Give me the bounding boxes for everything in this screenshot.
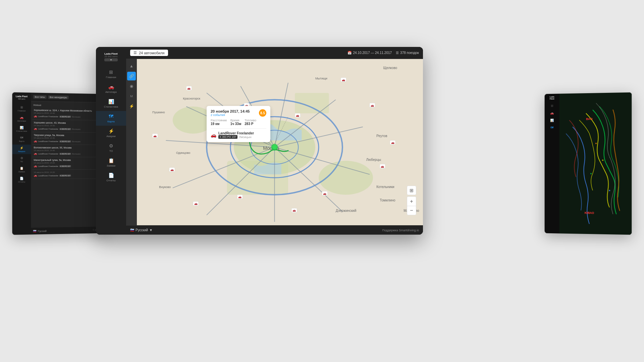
sidebar-item-map[interactable]: 🗺 Карта — [96, 111, 126, 126]
svg-text:Котельники: Котельники — [376, 185, 394, 189]
svg-point-61 — [272, 145, 276, 149]
map-svg: Москва Щелково Реутов Котельники Люберцы… — [126, 59, 423, 225]
main-toolbar: ☰ 24 автомобиля 📅 24.10.2017 — 24.11.201… — [126, 47, 423, 59]
map-tool-route[interactable]: 🔗 — [127, 72, 136, 80]
sidebar-item-home[interactable]: ⊞ Главная — [96, 67, 126, 81]
tooltip-stats: Расстояние 19 км Время 1ч 33м Топливо 28… — [211, 119, 266, 129]
lm-item-1[interactable]: Хорошевское ш. 32/4, г. Королев Московск… — [33, 107, 107, 121]
main-sidebar: Lada Fleet 25 842 авто ▼ ⊞ Главная 🚗 Авт… — [96, 47, 126, 235]
sidebar-item-accidents[interactable]: ⚡ Аварии — [96, 126, 126, 140]
svg-text:Красногорск: Красногорск — [183, 97, 201, 100]
map-tool-metro[interactable]: M — [127, 92, 136, 101]
lm-nav-to[interactable]: ⚙ ТО — [12, 155, 31, 164]
zoom-in-button[interactable]: + — [407, 196, 416, 206]
lm-item-3[interactable]: Тверская улица, 5а, Москва 14 августа 20… — [33, 132, 107, 145]
rm-nav-stats[interactable]: 📊 — [545, 117, 559, 124]
svg-text:🚗: 🚗 — [292, 208, 296, 212]
lm-item-2[interactable]: Хорошево шоссе, 43, Москва 14 августа 20… — [33, 120, 107, 133]
lm-filter-type[interactable]: Все типы — [33, 95, 47, 99]
rm-sidebar: LadaFleet ⊞ 🚗 📊 🗺 — [545, 94, 559, 234]
svg-text:Одинцово: Одинцово — [176, 151, 190, 155]
map-tool-events[interactable]: ⚡ — [127, 102, 136, 111]
zoom-controls: + − — [407, 196, 416, 215]
lm-logo: Lada Fleet 423 авто — [15, 95, 28, 101]
tooltip-header: 20 ноября 2017, 14:45 2 события 8.5 — [211, 109, 266, 117]
support-link[interactable]: Поддержка Smartdriving.io — [382, 229, 419, 232]
lm-filter-manager[interactable]: Все менеджеры — [48, 95, 69, 99]
map-area[interactable]: Москва Щелково Реутов Котельники Люберцы… — [126, 59, 423, 225]
rm-nav-home[interactable]: ⊞ — [545, 102, 559, 109]
date-range[interactable]: 📅 24.10.2017 — 24.11.2017 — [347, 51, 392, 55]
lm-nav-autopark[interactable]: 🚗 Автопарк — [12, 114, 31, 124]
lm-nav-requests[interactable]: 📋 Заявки — [12, 165, 31, 174]
lm-nav-stats[interactable]: 📊 Статистика — [12, 124, 31, 134]
map-tools-panel: ▲ 🔗 ◉ M ⚡ — [126, 59, 137, 225]
lm-sidebar: Lada Fleet 423 авто ⊞ Главная 🚗 Автопарк… — [12, 92, 31, 235]
sidebar-item-stats[interactable]: 📊 Статистика — [96, 96, 126, 111]
rm-nav-autopark[interactable]: 🚗 — [545, 110, 559, 116]
tooltip-car-icon: 🚗 — [211, 132, 216, 138]
svg-text:🚗: 🚗 — [187, 86, 191, 90]
toolbar-right: 📅 24.10.2017 — 24.11.2017 ☰ 378 поездок — [347, 51, 419, 55]
sidebar-item-to[interactable]: ⚙ ТО — [96, 140, 126, 155]
rm-logo: LadaFleet — [550, 96, 554, 100]
lm-car-icon: 🚗 — [34, 115, 37, 118]
svg-text:🚗: 🚗 — [238, 195, 242, 199]
svg-text:🚗: 🚗 — [371, 104, 374, 107]
bottom-bar: 🇷🇺 Русский ▼ Поддержка Smartdriving.io — [126, 225, 423, 235]
svg-rect-63 — [559, 93, 632, 235]
sidebar-logo: Lada Fleet 25 842 авто ▼ — [103, 51, 119, 63]
trips-count[interactable]: ☰ 378 поездок — [396, 51, 419, 55]
sidebar-item-autopark[interactable]: 🚗 Автопарк — [96, 81, 126, 96]
svg-text:Щелково: Щелково — [383, 66, 397, 70]
svg-text:Мытищи: Мытищи — [315, 77, 327, 80]
zoom-out-button[interactable]: − — [407, 206, 416, 215]
tooltip-datetime: 20 ноября 2017, 14:45 — [211, 109, 250, 113]
rm-map-dark: ВАО ЮВАО — [559, 93, 632, 235]
lm-item-4[interactable]: Волоколамское шоссе, 5б, Москва 14 авгус… — [33, 145, 107, 158]
lm-item-6[interactable]: 14 августа 2018, 14:20 🚗 LandRover Freel… — [33, 170, 107, 179]
tooltip-score: 8.5 — [259, 109, 266, 117]
svg-text:Дзержинский: Дзержинский — [336, 209, 357, 213]
svg-text:🚗: 🚗 — [342, 78, 345, 82]
rm-nav-map[interactable]: 🗺 — [545, 124, 559, 131]
lm-nav-home[interactable]: ⊞ Главная — [12, 104, 31, 114]
language-selector[interactable]: 🇷🇺 Русский ▼ — [130, 228, 153, 232]
lm-nav-reports[interactable]: 📄 Отчеты — [12, 175, 31, 185]
svg-text:ВАО: ВАО — [586, 117, 592, 121]
svg-text:🚗: 🚗 — [170, 168, 174, 172]
right-monitor: LadaFleet ⊞ 🚗 📊 🗺 — [545, 93, 632, 235]
svg-text:Томилино: Томилино — [380, 198, 395, 202]
map-tooltip: 20 ноября 2017, 14:45 2 события 8.5 Расс… — [207, 106, 270, 142]
layers-button[interactable]: ⊞ — [407, 186, 416, 195]
lm-nav-accidents[interactable]: ⚡ Аварии — [12, 144, 31, 154]
content-area: ☰ 24 автомобиля 📅 24.10.2017 — 24.11.201… — [126, 47, 423, 235]
svg-text:🚗: 🚗 — [323, 192, 327, 195]
sidebar-nav: ⊞ Главная 🚗 Автопарк 📊 Статистика 🗺 Карт… — [96, 67, 126, 185]
lm-car-icon: 🚗 — [34, 127, 37, 130]
left-monitor: Lada Fleet 423 авто ⊞ Главная 🚗 Автопарк… — [12, 92, 108, 235]
svg-point-67 — [602, 160, 603, 161]
svg-point-68 — [590, 173, 592, 174]
svg-text:Пушкино: Пушкино — [152, 111, 165, 114]
svg-text:🚗: 🚗 — [296, 114, 300, 117]
svg-text:Внуково: Внуково — [159, 185, 171, 189]
sidebar-item-requests[interactable]: 📋 Заявки — [96, 155, 126, 170]
cars-count-badge[interactable]: ☰ 24 автомобиля — [130, 50, 168, 56]
lm-nav-map[interactable]: 🗺 Карта — [12, 134, 31, 144]
svg-text:🚗: 🚗 — [381, 165, 384, 168]
svg-point-69 — [609, 190, 610, 191]
svg-text:🚗: 🚗 — [391, 141, 395, 144]
lm-car-icon: 🚗 — [34, 165, 37, 168]
lm-car-icon: 🚗 — [34, 140, 37, 143]
sidebar-item-reports[interactable]: 📄 Отчеты — [96, 170, 126, 185]
svg-text:Люберцы: Люберцы — [366, 158, 381, 162]
tooltip-car: 🚗 LandRover Freelander К 393 РО 197 Лиси… — [211, 131, 266, 139]
map-tool-cluster[interactable]: ◉ — [127, 82, 136, 90]
map-tool-navigate[interactable]: ▲ — [127, 62, 136, 70]
lm-car-icon: 🚗 — [34, 174, 37, 177]
lm-item-5[interactable]: Магистральный тупик, 5а, Москва 14 авгус… — [33, 157, 107, 170]
toolbar-left: ☰ 24 автомобиля — [130, 50, 168, 56]
svg-point-66 — [595, 143, 597, 144]
svg-text:🚗: 🚗 — [194, 202, 198, 205]
